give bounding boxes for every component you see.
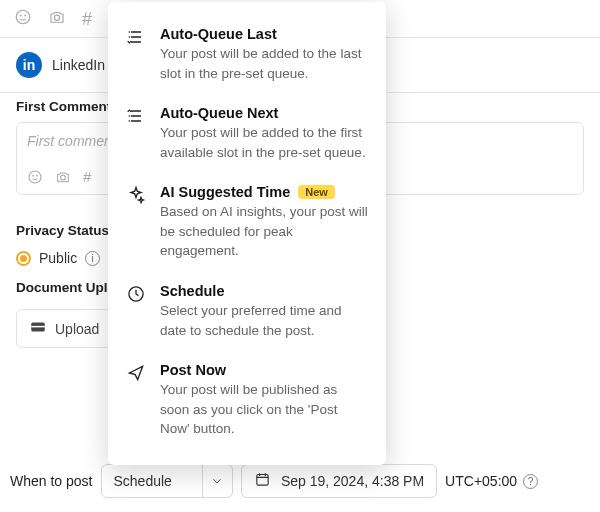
menu-item-title: AI Suggested Time <box>160 184 290 200</box>
menu-item-title: Auto-Queue Next <box>160 105 278 121</box>
schedule-select[interactable]: Schedule <box>101 464 233 498</box>
calendar-icon <box>254 471 271 491</box>
queue-next-icon <box>126 105 148 162</box>
menu-item-title: Auto-Queue Last <box>160 26 277 42</box>
menu-item-title: Schedule <box>160 283 224 299</box>
timezone-display: UTC+05:00 ? <box>445 473 538 489</box>
svg-point-13 <box>129 115 131 117</box>
svg-point-0 <box>16 10 30 24</box>
when-to-post-bar: When to post Schedule Sep 19, 2024, 4:38… <box>10 464 590 498</box>
emoji-icon[interactable] <box>14 8 32 29</box>
menu-item-desc: Based on AI insights, your post will be … <box>160 202 368 261</box>
svg-point-2 <box>25 15 26 16</box>
timezone-value: UTC+05:00 <box>445 473 517 489</box>
menu-item-ai-suggested-time[interactable]: AI Suggested Time New Based on AI insigh… <box>114 174 380 273</box>
radio-selected-icon <box>16 251 31 266</box>
menu-item-desc: Your post will be added to the last slot… <box>160 44 368 83</box>
datetime-value: Sep 19, 2024, 4:38 PM <box>281 473 424 489</box>
menu-item-desc: Select your preferred time and date to s… <box>160 301 368 340</box>
datetime-picker[interactable]: Sep 19, 2024, 4:38 PM <box>241 464 437 498</box>
svg-point-11 <box>129 31 131 33</box>
send-icon <box>126 362 148 439</box>
svg-point-12 <box>129 36 131 38</box>
schedule-select-value: Schedule <box>102 465 202 497</box>
chevron-down-icon[interactable] <box>202 465 232 497</box>
menu-item-auto-queue-next[interactable]: Auto-Queue Next Your post will be added … <box>114 95 380 174</box>
menu-item-auto-queue-last[interactable]: Auto-Queue Last Your post will be added … <box>114 16 380 95</box>
help-icon[interactable]: ? <box>523 474 538 489</box>
info-icon[interactable]: i <box>85 251 100 266</box>
svg-point-1 <box>20 15 21 16</box>
camera-icon[interactable] <box>48 8 66 29</box>
upload-button[interactable]: Upload <box>16 309 112 348</box>
menu-item-schedule[interactable]: Schedule Select your preferred time and … <box>114 273 380 352</box>
menu-item-post-now[interactable]: Post Now Your post will be published as … <box>114 352 380 451</box>
clock-icon <box>126 283 148 340</box>
svg-point-4 <box>29 171 41 183</box>
camera-icon[interactable] <box>55 169 71 188</box>
schedule-options-menu: Auto-Queue Last Your post will be added … <box>108 2 386 465</box>
upload-button-label: Upload <box>55 321 99 337</box>
svg-point-5 <box>33 175 34 176</box>
svg-point-3 <box>54 15 59 20</box>
new-badge: New <box>298 185 335 199</box>
when-to-post-label: When to post <box>10 473 93 489</box>
menu-item-desc: Your post will be published as soon as y… <box>160 380 368 439</box>
upload-file-icon <box>29 318 47 339</box>
linkedin-icon: in <box>16 52 42 78</box>
platform-name: LinkedIn <box>52 57 105 73</box>
hashtag-icon[interactable]: # <box>83 169 91 188</box>
emoji-icon[interactable] <box>27 169 43 188</box>
svg-point-7 <box>61 175 66 180</box>
privacy-option-label: Public <box>39 250 77 266</box>
menu-item-title: Post Now <box>160 362 226 378</box>
svg-point-14 <box>129 120 131 122</box>
svg-point-6 <box>37 175 38 176</box>
svg-rect-10 <box>257 475 268 486</box>
hashtag-icon[interactable]: # <box>82 10 92 28</box>
menu-item-desc: Your post will be added to the first ava… <box>160 123 368 162</box>
svg-rect-9 <box>31 326 45 328</box>
sparkle-icon <box>126 184 148 261</box>
queue-last-icon <box>126 26 148 83</box>
